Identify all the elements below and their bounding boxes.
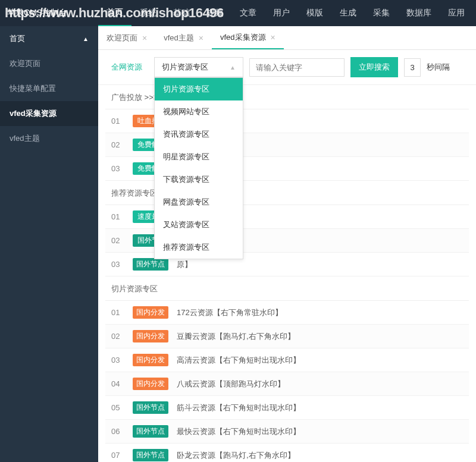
dropdown-option-4[interactable]: 下载资源专区: [155, 168, 243, 191]
row-num: 02: [111, 236, 124, 245]
section-title-2: 切片资源专区: [105, 276, 469, 301]
topnav-item-8[interactable]: 采集: [365, 0, 398, 26]
dropdown-option-1[interactable]: 视频网站专区: [155, 100, 243, 123]
search-button[interactable]: 立即搜索: [350, 57, 398, 77]
row-num: 02: [111, 140, 124, 149]
row-desc: 豆瓣云资源【跑马灯,右下角水印】: [177, 331, 295, 342]
table-row[interactable]: 05国外节点筋斗云资源【右下角短时出现水印】: [105, 396, 469, 420]
tab-bar: 欢迎页面×vfed主题×vfed采集资源×: [98, 26, 476, 50]
row-num: 03: [111, 260, 124, 269]
table-row[interactable]: 02国内分发豆瓣云资源【跑马灯,右下角水印】: [105, 325, 469, 348]
sidebar-item-2[interactable]: vfed采集资源: [0, 101, 98, 126]
sidebar: 首页 ▲ 欢迎页面快捷菜单配置vfed采集资源vfed主题: [0, 26, 98, 462]
filter-bar: 全网资源 切片资源专区 ▲ 切片资源专区视频网站专区资讯资源专区明星资源专区下载…: [98, 50, 476, 85]
tab-label: vfed采集资源: [220, 32, 266, 43]
tab-2[interactable]: vfed采集资源×: [212, 26, 284, 49]
topnav-item-10[interactable]: 应用: [440, 0, 473, 26]
status-badge: 国外节点: [133, 425, 168, 438]
row-desc: 卧龙云资源【跑马灯,右下角水印】: [177, 450, 295, 461]
tab-label: 欢迎页面: [107, 33, 137, 43]
row-num: 01: [111, 117, 124, 125]
row-desc: 筋斗云资源【右下角短时出现水印】: [177, 403, 300, 413]
row-num: 03: [111, 356, 124, 364]
row-desc: 高清云资源【右下角短时出现水印】: [177, 355, 300, 366]
dropdown-option-3[interactable]: 明星资源专区: [155, 146, 243, 168]
tab-1[interactable]: vfed主题×: [155, 26, 212, 49]
row-num: 03: [111, 164, 124, 173]
search-input[interactable]: [249, 58, 345, 77]
dropdown-option-0[interactable]: 切片资源专区: [155, 78, 243, 100]
row-desc: 原】: [177, 259, 192, 270]
topnav-item-9[interactable]: 数据库: [398, 0, 440, 26]
topnav-item-5[interactable]: 用户: [265, 0, 298, 26]
dropdown-option-7[interactable]: 推荐资源专区: [155, 236, 243, 259]
tab-0[interactable]: 欢迎页面×: [98, 26, 155, 49]
close-icon[interactable]: ×: [142, 33, 147, 43]
status-badge: 国外节点: [133, 401, 168, 414]
resource-select[interactable]: 切片资源专区 ▲ 切片资源专区视频网站专区资讯资源专区明星资源专区下载资源专区网…: [154, 57, 243, 77]
status-badge: 国内分发: [133, 330, 168, 342]
dropdown-option-5[interactable]: 网盘资源专区: [155, 191, 243, 213]
table-row[interactable]: 07国外节点卧龙云资源【跑马灯,右下角水印】: [105, 444, 469, 462]
row-num: 06: [111, 427, 124, 436]
row-num: 04: [111, 379, 124, 388]
tab-label: vfed主题: [164, 33, 194, 43]
table-row[interactable]: 04国内分发八戒云资源【顶部跑马灯水印】: [105, 372, 469, 396]
interval-value[interactable]: 3: [404, 58, 421, 77]
sidebar-header[interactable]: 首页 ▲: [0, 26, 98, 51]
status-badge: 国内分发: [133, 378, 168, 390]
status-badge: 国外节点: [133, 449, 168, 461]
status-badge: 国外节点: [133, 258, 168, 271]
topbar: https://www.huzhan.com/ishop16496 苹果CMS控…: [0, 0, 476, 26]
row-desc: 八戒云资源【顶部跑马灯水印】: [177, 379, 285, 389]
row-num: 01: [111, 212, 124, 221]
row-num: 01: [111, 308, 124, 317]
table-row[interactable]: 06国外节点最快云资源【右下角短时出现水印】: [105, 420, 469, 444]
sidebar-item-3[interactable]: vfed主题: [0, 126, 98, 151]
status-badge: 国内分发: [133, 354, 168, 366]
select-value: 切片资源专区: [162, 62, 208, 73]
chevron-down-icon: ▲: [230, 64, 236, 71]
all-resources-link[interactable]: 全网资源: [105, 58, 148, 76]
row-num: 07: [111, 451, 124, 460]
row-desc: 最快云资源【右下角短时出现水印】: [177, 426, 300, 437]
status-badge: 国内分发: [133, 306, 168, 319]
resource-dropdown: 切片资源专区视频网站专区资讯资源专区明星资源专区下载资源专区网盘资源专区叉站资源…: [154, 77, 243, 259]
sidebar-item-1[interactable]: 快捷菜单配置: [0, 76, 98, 101]
topnav-item-4[interactable]: 文章: [231, 0, 265, 26]
table-row[interactable]: 03国内分发高清云资源【右下角短时出现水印】: [105, 348, 469, 372]
topnav-item-7[interactable]: 生成: [331, 0, 365, 26]
close-icon[interactable]: ×: [199, 33, 203, 43]
close-icon[interactable]: ×: [271, 33, 275, 42]
row-num: 05: [111, 403, 124, 412]
dropdown-option-6[interactable]: 叉站资源专区: [155, 213, 243, 236]
sidebar-item-0[interactable]: 欢迎页面: [0, 51, 98, 76]
interval-label: 秒间隔: [427, 62, 450, 73]
row-desc: 172云资源【右下角常驻水印】: [177, 307, 283, 318]
table-row[interactable]: 01国内分发172云资源【右下角常驻水印】: [105, 301, 469, 325]
watermark-text: https://www.huzhan.com/ishop16496: [5, 5, 224, 21]
row-num: 02: [111, 332, 124, 341]
dropdown-option-2[interactable]: 资讯资源专区: [155, 123, 243, 146]
sidebar-header-label: 首页: [10, 33, 25, 44]
topnav-item-6[interactable]: 模版: [298, 0, 331, 26]
main-panel: 欢迎页面×vfed主题×vfed采集资源× 全网资源 切片资源专区 ▲ 切片资源…: [98, 26, 476, 462]
chevron-up-icon: ▲: [83, 36, 89, 42]
